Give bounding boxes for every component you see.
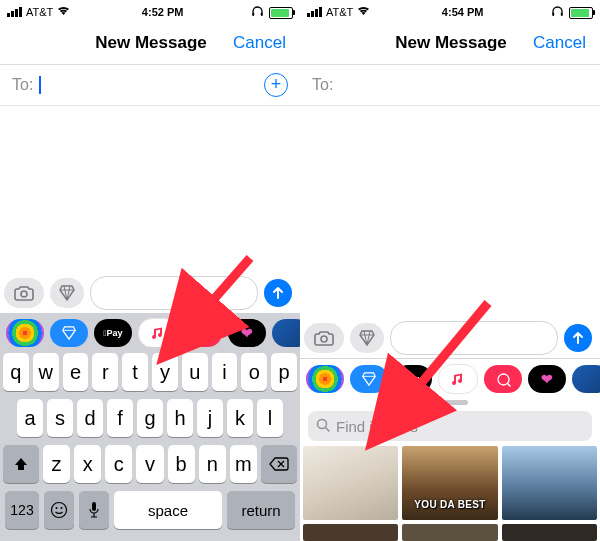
camera-button[interactable] — [304, 323, 344, 353]
images-app-icon[interactable] — [184, 319, 222, 347]
key-u[interactable]: u — [182, 353, 208, 391]
svg-line-4 — [207, 337, 210, 340]
key-h[interactable]: h — [167, 399, 193, 437]
send-button[interactable] — [564, 324, 592, 352]
app-store-icon[interactable] — [50, 319, 88, 347]
key-i[interactable]: i — [212, 353, 238, 391]
keyboard: q w e r t y u i o p a s d f g h j k l z … — [0, 347, 300, 541]
key-x[interactable]: x — [74, 445, 101, 483]
headphones-icon — [251, 6, 264, 19]
digital-touch-app-icon[interactable]: ❤ — [228, 319, 266, 347]
battery-icon — [269, 5, 293, 18]
drawer-handle[interactable] — [432, 400, 468, 405]
add-contact-button[interactable] — [264, 73, 288, 97]
cancel-button[interactable]: Cancel — [233, 33, 286, 53]
key-v[interactable]: v — [136, 445, 163, 483]
photos-app-icon[interactable] — [6, 319, 44, 347]
gif-tile[interactable] — [303, 446, 398, 520]
svg-rect-1 — [261, 12, 263, 16]
message-input[interactable] — [90, 276, 258, 310]
key-l[interactable]: l — [257, 399, 283, 437]
key-row-4: 123 space return — [3, 491, 297, 529]
key-e[interactable]: e — [63, 353, 89, 391]
apple-pay-app-icon[interactable]: Pay — [394, 365, 432, 393]
extra-app-icon[interactable] — [272, 319, 300, 347]
text-cursor — [39, 76, 41, 94]
key-g[interactable]: g — [137, 399, 163, 437]
gif-search-field[interactable]: Find images — [308, 411, 592, 441]
key-w[interactable]: w — [33, 353, 59, 391]
extra-app-icon[interactable] — [572, 365, 600, 393]
digital-touch-app-icon[interactable]: ❤ — [528, 365, 566, 393]
key-s[interactable]: s — [47, 399, 73, 437]
key-r[interactable]: r — [92, 353, 118, 391]
gif-tile[interactable] — [402, 524, 497, 541]
phone-right: AT&T 4:54 PM New Message Cancel To: Pay… — [300, 0, 600, 541]
photos-app-icon[interactable] — [306, 365, 344, 393]
numbers-key[interactable]: 123 — [5, 491, 39, 529]
compose-bar — [0, 273, 300, 313]
carrier-label: AT&T — [26, 6, 53, 18]
apple-pay-app-icon[interactable]: Pay — [94, 319, 132, 347]
to-label: To: — [12, 76, 33, 94]
clock-label: 4:54 PM — [374, 6, 551, 18]
page-title: New Message — [369, 33, 533, 53]
key-q[interactable]: q — [3, 353, 29, 391]
dictation-key[interactable] — [79, 491, 109, 529]
gif-search-placeholder: Find images — [336, 418, 418, 435]
key-j[interactable]: j — [197, 399, 223, 437]
gif-grid — [300, 446, 600, 520]
space-key[interactable]: space — [114, 491, 222, 529]
key-b[interactable]: b — [168, 445, 195, 483]
key-n[interactable]: n — [199, 445, 226, 483]
key-d[interactable]: d — [77, 399, 103, 437]
images-app-icon[interactable] — [484, 365, 522, 393]
return-key[interactable]: return — [227, 491, 295, 529]
wifi-icon — [357, 6, 370, 18]
message-input[interactable] — [390, 321, 558, 355]
app-drawer-button[interactable] — [350, 323, 384, 353]
key-m[interactable]: m — [230, 445, 257, 483]
shift-key[interactable] — [3, 445, 39, 483]
compose-bar — [300, 318, 600, 358]
nav-bar: New Message Cancel — [0, 22, 300, 65]
music-app-icon[interactable] — [138, 318, 178, 348]
backspace-key[interactable] — [261, 445, 297, 483]
svg-rect-8 — [92, 502, 96, 511]
key-c[interactable]: c — [105, 445, 132, 483]
nav-bar: New Message Cancel — [300, 22, 600, 65]
gif-tile[interactable] — [502, 446, 597, 520]
key-f[interactable]: f — [107, 399, 133, 437]
emoji-key[interactable] — [44, 491, 74, 529]
svg-rect-0 — [252, 12, 254, 16]
key-a[interactable]: a — [17, 399, 43, 437]
battery-icon — [569, 5, 593, 18]
to-field-row[interactable]: To: — [300, 65, 600, 106]
music-app-icon[interactable] — [438, 364, 478, 394]
svg-rect-11 — [561, 12, 563, 16]
key-p[interactable]: p — [271, 353, 297, 391]
search-icon — [316, 418, 330, 435]
app-store-icon[interactable] — [350, 365, 388, 393]
svg-point-6 — [56, 507, 58, 509]
key-t[interactable]: t — [122, 353, 148, 391]
send-button[interactable] — [264, 279, 292, 307]
cancel-button[interactable]: Cancel — [533, 33, 586, 53]
key-y[interactable]: y — [152, 353, 178, 391]
svg-point-5 — [52, 503, 67, 518]
carrier-label: AT&T — [326, 6, 353, 18]
key-z[interactable]: z — [43, 445, 70, 483]
camera-button[interactable] — [4, 278, 44, 308]
gif-tile[interactable] — [502, 524, 597, 541]
to-label: To: — [312, 76, 333, 94]
key-k[interactable]: k — [227, 399, 253, 437]
app-drawer-button[interactable] — [50, 278, 84, 308]
to-field-row[interactable]: To: — [0, 65, 300, 106]
app-strip: Pay ❤ — [300, 358, 600, 399]
svg-point-7 — [61, 507, 63, 509]
key-row-2: a s d f g h j k l — [3, 399, 297, 437]
gif-grid-row2 — [300, 524, 600, 541]
gif-tile[interactable] — [402, 446, 497, 520]
gif-tile[interactable] — [303, 524, 398, 541]
key-o[interactable]: o — [241, 353, 267, 391]
